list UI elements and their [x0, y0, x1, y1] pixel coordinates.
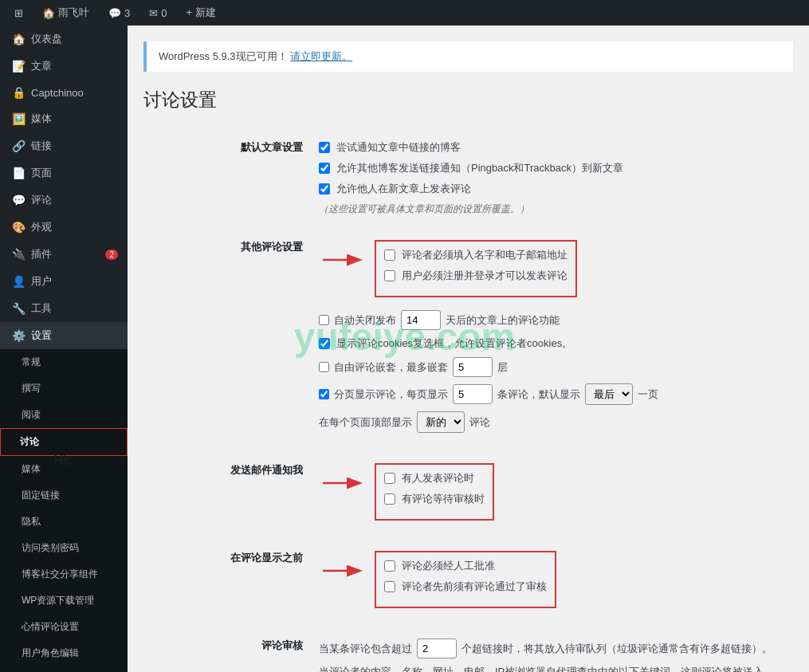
checkbox-pingback-receive-input[interactable] — [319, 163, 330, 174]
sidebar-item-posts[interactable]: 📝 文章 — [0, 53, 128, 80]
update-notice-link[interactable]: 请立即更新。 — [290, 50, 352, 62]
sidebar-item-users[interactable]: 👤 用户 — [0, 268, 128, 295]
submenu-reading-label: 阅读 — [22, 408, 41, 422]
sidebar-item-tools[interactable]: 🔧 工具 — [0, 295, 128, 322]
checkbox-prev-approved-input[interactable] — [384, 581, 395, 592]
submenu-writing[interactable]: 撰写 — [0, 375, 128, 402]
sidebar-item-dashboard[interactable]: 🏠 仪表盘 — [0, 26, 128, 53]
update-notice-text: WordPress 5.9.3现已可用！ — [159, 50, 288, 62]
settings-icon: ⚙️ — [12, 329, 25, 342]
sidebar-item-label: 用户 — [31, 274, 52, 289]
checkbox-cookies-input[interactable] — [319, 338, 330, 349]
checkbox-paged-input[interactable] — [319, 389, 329, 399]
wp-logo[interactable]: ⊞ — [8, 0, 29, 26]
checkbox-prev-approved: 评论者先前须有评论通过了审核 — [384, 580, 547, 594]
sidebar-item-label: 链接 — [31, 139, 52, 153]
sidebar-item-plugins[interactable]: 🔌 插件 2 — [0, 241, 128, 268]
checkbox-allow-comments: 允许他人在新文章上发表评论 — [319, 182, 793, 196]
checkbox-manual-approve-label: 评论必须经人工批准 — [402, 559, 495, 573]
nested-depth-input[interactable] — [453, 357, 493, 377]
submenu-reading[interactable]: 阅读 — [0, 402, 128, 428]
email-notify-row: 发送邮件通知我 有人发表评论时 — [143, 451, 793, 539]
submenu-mood-comments-label: 心情评论设置 — [22, 620, 79, 634]
submenu-writing-label: 撰写 — [22, 382, 41, 395]
top-comments-select[interactable]: 新的 旧的 — [417, 411, 465, 433]
comments-link[interactable]: 💬 3 — [102, 0, 136, 26]
checkbox-require-login-input[interactable] — [384, 270, 395, 281]
before-display-td: 评论必须经人工批准 评论者先前须有评论通过了审核 — [319, 539, 793, 627]
sidebar-item-label: 设置 — [31, 328, 52, 343]
email-notify-wrapper: 有人发表评论时 有评论等待审核时 — [319, 463, 793, 527]
sidebar-item-captchinoo[interactable]: 🔒 Captchinoo — [0, 80, 128, 105]
submenu-wp-mail-smtp[interactable]: WP Mail SMTP — [0, 666, 128, 672]
page-title: 讨论设置 — [143, 88, 793, 112]
checkbox-require-login-label: 用户必须注册并登录才可以发表评论 — [402, 269, 567, 283]
checkbox-pingback-receive-label: 允许其他博客发送链接通知（Pingback和Trackback）到新文章 — [336, 161, 623, 175]
comment-moderation-td: 当某条评论包含超过 个超链接时，将其放入待审队列（垃圾评论通常含有许多超链接）。… — [319, 627, 793, 672]
hic-label: Hic — [0, 447, 126, 474]
sidebar-item-appearance[interactable]: 🎨 外观 — [0, 214, 128, 241]
submenu-wp-resource-label: WP资源下载管理 — [22, 594, 94, 607]
checkbox-notify-comment-input[interactable] — [384, 473, 395, 484]
sidebar-item-pages[interactable]: 📄 页面 — [0, 159, 128, 187]
settings-submenu: 常规 撰写 阅读 讨论 媒体 固定链接 隐私 访问类别密码 博客社交分享组件 W… — [0, 349, 128, 666]
default-article-note: （这些设置可被具体文章和页面的设置所覆盖。） — [319, 202, 793, 216]
checkbox-pingback-send: 尝试通知文章中链接的博客 — [319, 140, 793, 155]
checkbox-require-name-email-input[interactable] — [384, 250, 395, 261]
auto-close-days-input[interactable] — [401, 310, 441, 330]
checkbox-nested-input[interactable] — [319, 362, 329, 372]
top-comments-row: 在每个页面顶部显示 新的 旧的 评论 — [319, 411, 793, 433]
nested-suffix: 层 — [497, 360, 508, 375]
submenu-user-roles[interactable]: 用户角色编辑 — [0, 640, 128, 666]
checkbox-allow-comments-input[interactable] — [319, 183, 330, 195]
submenu-wp-resource[interactable]: WP资源下载管理 — [0, 588, 128, 614]
submenu-user-roles-label: 用户角色编辑 — [22, 646, 79, 660]
dashboard-icon: 🏠 — [12, 33, 25, 45]
other-comments-row: 其他评论设置 评论 — [143, 228, 793, 451]
checkbox-pingback-receive: 允许其他博客发送链接通知（Pingback和Trackback）到新文章 — [319, 161, 793, 175]
tools-icon: 🔧 — [12, 302, 25, 315]
submenu-mood-comments[interactable]: 心情评论设置 — [0, 614, 128, 640]
paged-comments-row: 分页显示评论，每页显示 条评论，默认显示 最后 第一 一页 — [319, 383, 793, 405]
submenu-privacy[interactable]: 隐私 — [0, 509, 128, 535]
checkbox-notify-moderation-input[interactable] — [384, 493, 395, 505]
sidebar-item-label: Captchinoo — [31, 87, 84, 99]
checkbox-auto-close-input[interactable] — [319, 315, 329, 325]
checkbox-require-name-email: 评论者必须填入名字和电子邮箱地址 — [384, 248, 567, 262]
sidebar-item-media[interactable]: 🖼️ 媒体 — [0, 105, 128, 132]
checkbox-allow-comments-label: 允许他人在新文章上发表评论 — [336, 182, 471, 196]
update-notice: WordPress 5.9.3现已可用！ 请立即更新。 — [143, 41, 793, 72]
other-comments-highlight-box: 评论者必须填入名字和电子邮箱地址 用户必须注册并登录才可以发表评论 — [375, 240, 577, 297]
submenu-general[interactable]: 常规 — [0, 349, 128, 375]
sidebar-item-links[interactable]: 🔗 链接 — [0, 132, 128, 159]
sidebar-item-comments[interactable]: 💬 评论 — [0, 187, 128, 214]
comment-moderation-row: 评论审核 当某条评论包含超过 个超链接时，将其放入待审队列（垃圾评论通常含有许多… — [143, 627, 793, 672]
paged-count-input[interactable] — [453, 384, 493, 404]
new-button[interactable]: + 新建 — [179, 0, 222, 26]
submenu-permalink[interactable]: 固定链接 — [0, 482, 128, 509]
submenu-access-password[interactable]: 访问类别密码 — [0, 535, 128, 561]
sidebar-item-settings[interactable]: ⚙️ 设置 — [0, 322, 128, 349]
moderation-links-input[interactable] — [417, 639, 457, 658]
submenu-social-share[interactable]: 博客社交分享组件 — [0, 561, 128, 588]
top-bar: ⊞ 🏠 雨飞叶 💬 3 ✉ 0 + 新建 — [0, 0, 809, 26]
email-arrow-indicator — [319, 467, 367, 499]
default-article-td: 尝试通知文章中链接的博客 允许其他博客发送链接通知（Pingback和Track… — [319, 128, 793, 228]
before-display-highlight-box: 评论必须经人工批准 评论者先前须有评论通过了审核 — [375, 551, 556, 608]
comments-icon: 💬 — [12, 194, 25, 206]
sidebar: 🏠 仪表盘 📝 文章 🔒 Captchinoo 🖼️ 媒体 🔗 链接 📄 页面 … — [0, 26, 128, 672]
default-article-row: 默认文章设置 尝试通知文章中链接的博客 允许其他博客发送链接通知（Pingbac… — [143, 128, 793, 228]
checkbox-prev-approved-label: 评论者先前须有评论通过了审核 — [402, 580, 547, 594]
other-comments-highlight-wrapper: 评论者必须填入名字和电子邮箱地址 用户必须注册并登录才可以发表评论 — [319, 240, 793, 304]
paged-select[interactable]: 最后 第一 — [585, 383, 633, 405]
appearance-icon: 🎨 — [12, 221, 25, 234]
before-display-arrow-indicator — [319, 555, 367, 587]
auto-close-row: 自动关闭发布 天后的文章上的评论功能 — [319, 310, 793, 330]
checkbox-pingback-send-input[interactable] — [319, 142, 330, 153]
checkbox-pingback-send-label: 尝试通知文章中链接的博客 — [336, 140, 461, 155]
messages-link[interactable]: ✉ 0 — [143, 0, 173, 26]
sidebar-item-label: 文章 — [31, 59, 52, 73]
home-icon: 🏠 — [42, 7, 55, 19]
checkbox-manual-approve-input[interactable] — [384, 560, 395, 572]
site-name[interactable]: 🏠 雨飞叶 — [36, 0, 96, 26]
